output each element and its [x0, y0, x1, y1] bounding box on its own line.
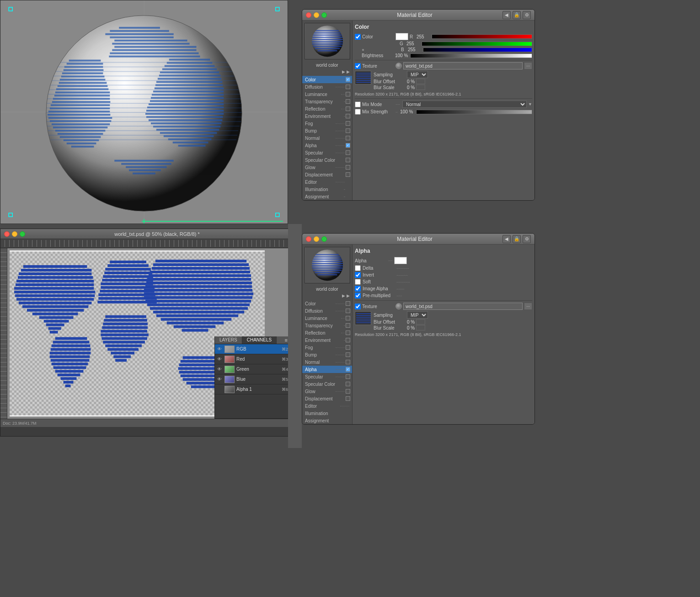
- me1-g-slider[interactable]: [422, 42, 532, 46]
- me1-ch-diffusion[interactable]: Diffusion: [302, 83, 352, 91]
- me1-ch-bump-check[interactable]: [346, 128, 350, 133]
- me1-ch-alpha-check[interactable]: [346, 143, 350, 148]
- me1-ch-normal[interactable]: Normal: [302, 134, 352, 142]
- me2-premult-check[interactable]: [355, 293, 361, 298]
- me2-ch-environment[interactable]: Environment: [302, 336, 352, 344]
- me1-ch-specularcolor[interactable]: Specular Color: [302, 156, 352, 164]
- me2-ch-displacement[interactable]: Displacement: [302, 395, 352, 402]
- viewport-3d[interactable]: [0, 0, 288, 224]
- me1-mixstrength-check[interactable]: [355, 109, 361, 115]
- me2-texture-filename[interactable]: world_txt.psd: [403, 303, 523, 310]
- me1-r-slider[interactable]: [432, 34, 532, 39]
- me2-ch-editor[interactable]: Editor: [302, 402, 352, 410]
- me2-channel-arrow[interactable]: ▶ ▶: [302, 293, 352, 299]
- me2-ch-transparency[interactable]: Transparency: [302, 322, 352, 329]
- me2-ch-glow-check[interactable]: [346, 389, 350, 394]
- me1-ch-fog-check[interactable]: [346, 121, 350, 126]
- me1-traffic-lights[interactable]: [306, 12, 327, 18]
- ps-channels-tab[interactable]: CHANNELS: [242, 336, 277, 344]
- me2-ch-diffusion-check[interactable]: [346, 309, 350, 313]
- me1-ch-glow-check[interactable]: [346, 165, 350, 170]
- me1-mixmode-check[interactable]: [355, 101, 361, 107]
- me1-mixstrength-slider[interactable]: [416, 110, 532, 114]
- me1-ch-editor[interactable]: Editor: [302, 178, 352, 186]
- me1-color-swatch[interactable]: [395, 33, 408, 40]
- me1-ch-transparency[interactable]: Transparency: [302, 98, 352, 105]
- me2-ch-specular[interactable]: Specular: [302, 373, 352, 380]
- ps-layers-tab[interactable]: LAYERS: [215, 336, 242, 344]
- me2-ch-luminance[interactable]: Luminance: [302, 314, 352, 322]
- me1-ch-normal-check[interactable]: [346, 136, 350, 140]
- me2-ch-normal-check[interactable]: [346, 360, 350, 364]
- me2-ch-diffusion[interactable]: Diffusion: [302, 307, 352, 314]
- me1-maximize-btn[interactable]: [321, 12, 327, 18]
- me1-ch-luminance-check[interactable]: [346, 92, 350, 96]
- me2-soft-check[interactable]: [355, 279, 361, 285]
- ps-traffic-lights[interactable]: [4, 231, 25, 237]
- me2-ch-environment-check[interactable]: [346, 338, 350, 342]
- ps-eye-rgb[interactable]: 👁: [216, 346, 223, 352]
- me1-bluroffset-slider[interactable]: [416, 79, 425, 84]
- me1-ch-specular[interactable]: Specular: [302, 149, 352, 156]
- me1-brightness-slider[interactable]: [410, 53, 532, 58]
- me1-ch-fog[interactable]: Fog: [302, 120, 352, 127]
- ps-channel-rgb[interactable]: 👁 RGB ⌘2: [215, 344, 289, 354]
- ps-layers-panel[interactable]: LAYERS CHANNELS ≡ 👁 RGB ⌘2 👁 R: [214, 336, 290, 419]
- me1-ch-alpha[interactable]: Alpha: [302, 142, 352, 149]
- me2-ch-displacement-check[interactable]: [346, 396, 350, 401]
- me1-color-enable[interactable]: [355, 34, 361, 40]
- me1-texture-dot[interactable]: [395, 63, 402, 69]
- ps-channel-blue[interactable]: 👁 Blue ⌘5: [215, 374, 289, 384]
- me2-ch-bump[interactable]: Bump: [302, 351, 352, 358]
- me1-texture-more-btn[interactable]: ···: [524, 62, 532, 69]
- me1-blurscale-slider[interactable]: [416, 85, 425, 90]
- me2-alpha-swatch[interactable]: [394, 257, 407, 264]
- ps-minimize-button[interactable]: [12, 231, 17, 237]
- me1-channel-arrow[interactable]: ▶ ▶: [302, 69, 352, 75]
- me1-ch-displacement[interactable]: Displacement: [302, 171, 352, 178]
- me2-ch-bump-check[interactable]: [346, 352, 350, 357]
- me1-ch-specular-check[interactable]: [346, 150, 350, 155]
- me1-ch-reflection[interactable]: Reflection: [302, 105, 352, 112]
- me2-invert-check[interactable]: [355, 272, 361, 278]
- me1-gear-btn[interactable]: ⚙: [523, 11, 531, 19]
- me2-ch-alpha[interactable]: Alpha: [302, 366, 352, 373]
- me1-ch-diffusion-check[interactable]: [346, 85, 350, 89]
- me1-sampling-select[interactable]: MIP: [407, 71, 428, 78]
- me1-mixmode-select[interactable]: Normal: [402, 101, 527, 108]
- me1-ch-illumination[interactable]: Illumination: [302, 186, 352, 193]
- me2-texture-enable[interactable]: [355, 304, 361, 309]
- me1-ch-bump[interactable]: Bump: [302, 127, 352, 134]
- ps-eye-blue[interactable]: 👁: [216, 376, 223, 383]
- me2-bluroffset-slider[interactable]: [416, 319, 425, 325]
- me2-nav-btn[interactable]: ◀: [502, 235, 511, 243]
- ps-eye-alpha[interactable]: 👁: [216, 386, 223, 393]
- me1-ch-specularcolor-check[interactable]: [346, 158, 350, 162]
- me1-b-slider[interactable]: [423, 48, 532, 52]
- me2-ch-illumination[interactable]: Illumination: [302, 410, 352, 417]
- me2-texture-more-btn[interactable]: ···: [524, 303, 532, 310]
- ps-canvas[interactable]: LAYERS CHANNELS ≡ 👁 RGB ⌘2 👁 R: [7, 248, 290, 419]
- ps-panel-tabs[interactable]: LAYERS CHANNELS ≡: [215, 336, 289, 344]
- me2-delta-check[interactable]: [355, 265, 361, 271]
- ps-eye-green[interactable]: 👁: [216, 366, 223, 373]
- me1-ch-environment-check[interactable]: [346, 114, 350, 118]
- me1-mixmode-arrow[interactable]: ▼: [528, 102, 532, 107]
- me2-ch-color[interactable]: Color: [302, 300, 352, 307]
- me1-ch-displacement-check[interactable]: [346, 172, 350, 177]
- me1-minimize-btn[interactable]: [314, 12, 319, 18]
- me2-ch-fog-check[interactable]: [346, 345, 350, 350]
- me2-traffic-lights[interactable]: [306, 236, 327, 242]
- me2-maximize-btn[interactable]: [321, 236, 327, 242]
- ps-maximize-button[interactable]: [20, 231, 25, 237]
- me1-ch-luminance[interactable]: Luminance: [302, 91, 352, 98]
- me2-close-btn[interactable]: [306, 236, 311, 242]
- me2-ch-luminance-check[interactable]: [346, 316, 350, 320]
- me1-ch-color-check[interactable]: [346, 77, 350, 82]
- me2-ch-color-check[interactable]: [346, 301, 350, 306]
- me2-sampling-select[interactable]: MIP: [407, 311, 428, 319]
- me2-ch-fog[interactable]: Fog: [302, 344, 352, 351]
- me2-ch-reflection-check[interactable]: [346, 330, 350, 335]
- me1-ch-glow[interactable]: Glow: [302, 164, 352, 171]
- me2-ch-specularcolor[interactable]: Specular Color: [302, 380, 352, 388]
